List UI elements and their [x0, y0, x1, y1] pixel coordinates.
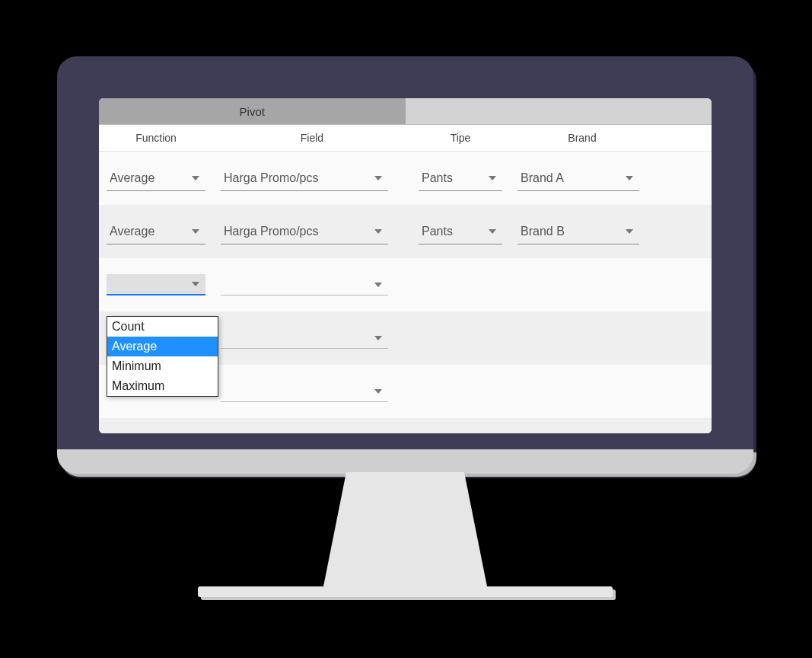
- monitor-body: Pivot Function Field Tipe Brand Average: [57, 56, 753, 474]
- option-label: Minimum: [112, 359, 161, 373]
- option-label: Count: [112, 320, 145, 334]
- dropdown-option-minimum[interactable]: Minimum: [107, 356, 218, 376]
- function-select[interactable]: [107, 274, 205, 295]
- chevron-down-icon: [374, 283, 382, 287]
- brand-select[interactable]: Brand B: [517, 219, 639, 244]
- monitor-chin: [57, 449, 753, 474]
- field-select[interactable]: Harga Promo/pcs: [221, 165, 388, 191]
- tipe-value: Pants: [422, 225, 453, 238]
- brand-value: Brand A: [521, 171, 564, 185]
- chevron-down-icon: [374, 389, 382, 394]
- pivot-row: [99, 418, 712, 433]
- function-select[interactable]: Average: [107, 219, 205, 244]
- field-select[interactable]: [221, 381, 388, 402]
- tab-pivot[interactable]: Pivot: [99, 98, 406, 124]
- pivot-row: [99, 258, 712, 311]
- header-tipe: Tipe: [411, 125, 510, 151]
- tab-label: Pivot: [240, 105, 265, 118]
- tipe-select[interactable]: Pants: [419, 165, 502, 191]
- column-headers: Function Field Tipe Brand: [99, 125, 712, 152]
- dropdown-option-maximum[interactable]: Maximum: [107, 376, 218, 396]
- option-label: Average: [112, 340, 157, 353]
- header-brand: Brand: [510, 125, 654, 151]
- dropdown-option-average[interactable]: Average: [107, 337, 218, 356]
- function-select[interactable]: [107, 426, 205, 433]
- tab-bar: Pivot: [99, 98, 712, 125]
- field-select[interactable]: [221, 327, 388, 349]
- chevron-down-icon: [489, 229, 496, 234]
- chevron-down-icon: [374, 336, 382, 340]
- monitor-neck: [346, 472, 464, 586]
- header-function: Function: [99, 125, 213, 151]
- chevron-down-icon: [489, 176, 496, 180]
- brand-value: Brand B: [521, 225, 565, 238]
- field-value: Harga Promo/pcs: [224, 225, 319, 238]
- field-select[interactable]: Harga Promo/pcs: [221, 219, 388, 244]
- function-select[interactable]: Average: [107, 165, 205, 191]
- chevron-down-icon: [626, 176, 633, 180]
- chevron-down-icon: [374, 229, 382, 234]
- tipe-value: Pants: [422, 171, 453, 185]
- function-value: Average: [110, 171, 154, 185]
- monitor-illustration: Pivot Function Field Tipe Brand Average: [0, 0, 812, 658]
- field-select[interactable]: [221, 274, 388, 295]
- field-value: Harga Promo/pcs: [224, 171, 319, 185]
- pivot-row: Average Harga Promo/pcs Pants: [99, 205, 712, 258]
- function-dropdown-popup: Count Average Minimum Maximum: [107, 316, 218, 397]
- dropdown-option-count[interactable]: Count: [107, 317, 218, 337]
- option-label: Maximum: [112, 379, 164, 393]
- data-area: Average Harga Promo/pcs Pants: [99, 152, 712, 433]
- chevron-down-icon: [374, 176, 382, 180]
- screen: Pivot Function Field Tipe Brand Average: [99, 98, 712, 433]
- chevron-down-icon: [192, 229, 199, 234]
- function-value: Average: [110, 225, 154, 238]
- pivot-row: Average Harga Promo/pcs Pants: [99, 152, 712, 205]
- chevron-down-icon: [192, 176, 199, 180]
- chevron-down-icon: [626, 229, 633, 234]
- brand-select[interactable]: Brand A: [517, 165, 639, 191]
- tipe-select[interactable]: Pants: [419, 219, 502, 244]
- field-select[interactable]: [221, 426, 388, 433]
- chevron-down-icon: [192, 282, 199, 286]
- header-field: Field: [213, 125, 411, 151]
- tab-other[interactable]: [406, 98, 712, 124]
- monitor-base: [198, 586, 613, 597]
